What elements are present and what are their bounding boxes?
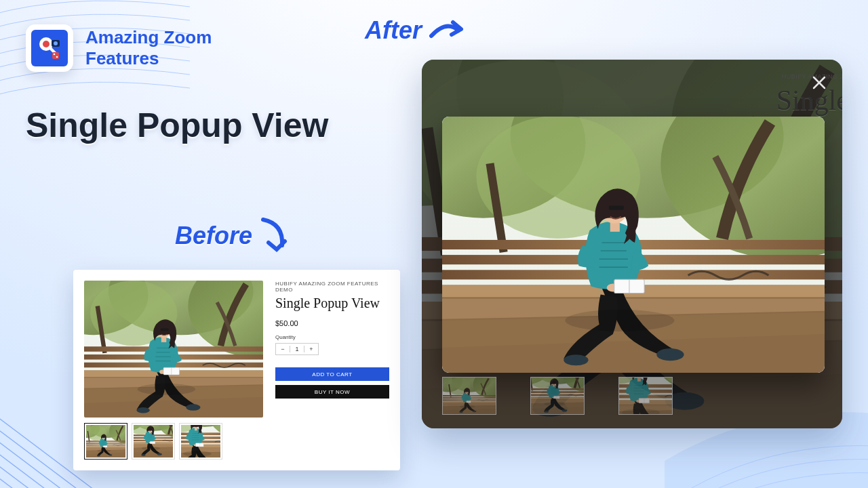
after-thumbnails — [442, 377, 673, 415]
before-thumb-1[interactable] — [84, 423, 127, 460]
before-product-name: Single Popup View — [275, 296, 389, 311]
before-card: HUBIFY AMAZING ZOOM FEATURES DEMO Single… — [73, 270, 400, 470]
label-after-text: After — [365, 16, 422, 45]
quantity-stepper[interactable]: − 1 + — [275, 343, 319, 355]
label-after: After — [365, 16, 465, 45]
page-title: Single Popup View — [26, 106, 328, 145]
label-before-text: Before — [175, 222, 252, 250]
popup-image — [442, 117, 825, 373]
label-before: Before — [175, 217, 292, 255]
before-main-image[interactable] — [84, 281, 263, 418]
arrow-down-icon — [259, 217, 292, 255]
before-quantity-label: Quantity — [275, 334, 389, 340]
before-vendor: HUBIFY AMAZING ZOOM FEATURES DEMO — [275, 281, 389, 293]
svg-point-40 — [54, 41, 58, 45]
after-thumb-3[interactable] — [618, 377, 673, 415]
svg-rect-41 — [52, 52, 59, 59]
close-icon — [812, 75, 827, 90]
brand-title-line2: Features — [85, 48, 159, 68]
qty-value: 1 — [290, 346, 304, 352]
before-thumbnails — [84, 423, 263, 460]
after-thumb-1[interactable] — [442, 377, 496, 415]
arrow-curve-icon — [429, 18, 465, 43]
before-details: HUBIFY AMAZING ZOOM FEATURES DEMO Single… — [275, 281, 389, 460]
svg-point-42 — [54, 54, 56, 56]
after-card: HUBIFY AMAZING ZO Single — [422, 60, 842, 428]
after-thumb-2[interactable] — [530, 377, 585, 415]
brand-logo-tile — [26, 24, 73, 72]
before-price: $50.00 — [275, 319, 389, 327]
svg-point-37 — [43, 41, 50, 47]
qty-increment-button[interactable]: + — [304, 346, 318, 352]
close-popup-button[interactable] — [808, 72, 830, 94]
brand-title-line1: Amazing Zoom — [85, 27, 212, 47]
buy-now-button[interactable]: BUY IT NOW — [275, 385, 389, 399]
qty-decrement-button[interactable]: − — [276, 346, 290, 352]
brand-title: Amazing Zoom Features — [85, 27, 212, 69]
brand-block: Amazing Zoom Features — [26, 24, 212, 72]
svg-point-43 — [56, 56, 58, 58]
before-gallery — [84, 281, 263, 460]
zoom-popup[interactable] — [442, 117, 825, 373]
brand-logo-icon — [31, 30, 68, 66]
before-thumb-2[interactable] — [132, 423, 175, 460]
before-thumb-3[interactable] — [179, 423, 222, 460]
add-to-cart-button[interactable]: ADD TO CART — [275, 367, 389, 381]
